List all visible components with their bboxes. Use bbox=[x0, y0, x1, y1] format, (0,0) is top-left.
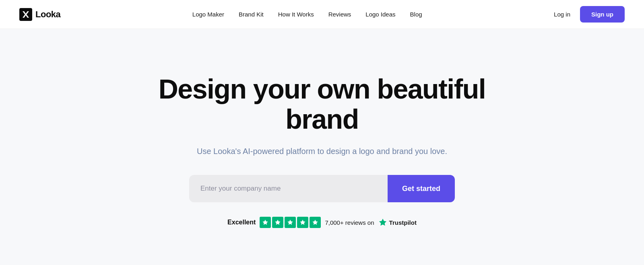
main-nav: Logo Maker Brand Kit How It Works Review… bbox=[192, 11, 422, 18]
company-name-form: Get started bbox=[189, 175, 455, 202]
trustpilot-review-count: 7,000+ reviews on bbox=[325, 219, 374, 226]
nav-blog[interactable]: Blog bbox=[410, 11, 422, 18]
star-4 bbox=[297, 217, 308, 228]
nav-reviews[interactable]: Reviews bbox=[328, 11, 351, 18]
hero-section: Design your own beautiful brand Use Look… bbox=[0, 29, 644, 265]
company-name-input[interactable] bbox=[189, 175, 388, 202]
trustpilot-excellent: Excellent bbox=[227, 219, 256, 226]
login-link[interactable]: Log in bbox=[554, 11, 570, 18]
signup-button[interactable]: Sign up bbox=[580, 6, 625, 23]
navbar: Looka Logo Maker Brand Kit How It Works … bbox=[0, 0, 644, 29]
star-2 bbox=[272, 217, 283, 228]
trustpilot-name: Trustpilot bbox=[389, 219, 417, 226]
star-1 bbox=[260, 217, 271, 228]
trustpilot-row: Excellent 7,000+ reviews on bbox=[227, 217, 417, 228]
trustpilot-logo: Trustpilot bbox=[378, 218, 417, 227]
nav-logo-ideas[interactable]: Logo Ideas bbox=[365, 11, 395, 18]
brand-name: Looka bbox=[35, 9, 60, 20]
logo-area: Looka bbox=[19, 8, 60, 21]
nav-brand-kit[interactable]: Brand Kit bbox=[239, 11, 264, 18]
star-3 bbox=[285, 217, 296, 228]
get-started-button[interactable]: Get started bbox=[388, 175, 455, 202]
nav-how-it-works[interactable]: How It Works bbox=[278, 11, 314, 18]
trustpilot-icon bbox=[378, 218, 387, 227]
looka-logo-icon bbox=[19, 8, 32, 21]
nav-logo-maker[interactable]: Logo Maker bbox=[192, 11, 224, 18]
trustpilot-stars bbox=[260, 217, 321, 228]
star-5 bbox=[310, 217, 321, 228]
hero-title: Design your own beautiful brand bbox=[141, 74, 503, 134]
auth-area: Log in Sign up bbox=[554, 6, 625, 23]
hero-subtitle: Use Looka's AI-powered platform to desig… bbox=[197, 145, 447, 157]
